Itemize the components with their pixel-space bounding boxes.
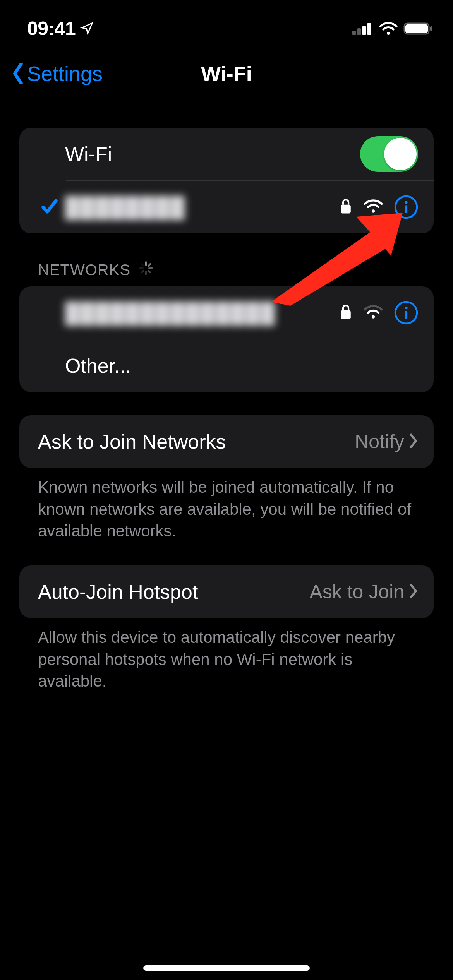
svg-rect-3 [367,23,371,35]
back-button[interactable]: Settings [11,62,103,86]
svg-rect-1 [357,28,361,35]
svg-line-18 [142,264,144,266]
status-bar: 09:41 [0,0,453,46]
network-name: ██████████████ [65,302,276,324]
svg-rect-7 [341,205,351,214]
auto-hotspot-group: Auto-Join Hotspot Ask to Join [19,565,434,618]
svg-rect-22 [405,311,407,319]
status-time: 09:41 [27,17,76,40]
spinner-icon [138,260,154,279]
chevron-right-icon [409,433,418,450]
svg-line-14 [148,271,150,272]
wifi-toggle-label: Wi-Fi [65,142,360,166]
info-button[interactable] [394,195,418,219]
current-network-name: ████████ [65,196,185,218]
auto-hotspot-label: Auto-Join Hotspot [38,580,309,603]
location-icon [80,17,94,40]
networks-group: ██████████████ [19,286,434,392]
wifi-toggle[interactable] [360,136,418,172]
svg-rect-6 [430,26,432,31]
current-network-row[interactable]: ████████ [19,181,434,233]
auto-hotspot-footnote: Allow this device to automatically disco… [19,618,434,692]
nav-bar: Settings Wi-Fi [0,46,453,101]
svg-rect-10 [405,205,407,213]
ask-join-value: Notify [355,430,404,453]
svg-rect-2 [362,26,366,35]
chevron-right-icon [409,584,418,600]
cellular-signal-icon [352,22,373,35]
back-label: Settings [27,62,103,86]
auto-hotspot-value: Ask to Join [309,581,404,603]
svg-line-16 [142,271,144,272]
svg-rect-5 [405,24,428,33]
home-indicator[interactable] [143,965,310,971]
lock-icon [339,303,352,322]
svg-rect-0 [352,31,356,35]
svg-rect-19 [341,310,351,319]
auto-hotspot-row[interactable]: Auto-Join Hotspot Ask to Join [19,565,434,618]
networks-header-label: NETWORKS [38,261,130,279]
info-button[interactable] [394,301,418,325]
other-label: Other... [65,354,418,377]
ask-join-label: Ask to Join Networks [38,430,355,453]
wifi-signal-icon [363,199,383,216]
wifi-toggle-row[interactable]: Wi-Fi [19,128,434,180]
svg-point-9 [405,201,407,204]
svg-line-12 [148,264,150,266]
ask-join-group: Ask to Join Networks Notify [19,415,434,468]
battery-icon [403,22,434,36]
checkmark-icon [40,197,59,218]
lock-icon [339,198,352,216]
other-network-row[interactable]: Other... [19,339,434,392]
networks-header: NETWORKS [19,260,434,286]
ask-join-footnote: Known networks will be joined automatica… [19,468,434,542]
network-row[interactable]: ██████████████ [19,286,434,339]
wifi-signal-icon [363,304,383,321]
ask-join-row[interactable]: Ask to Join Networks Notify [19,415,434,468]
wifi-status-icon [379,22,398,36]
svg-point-21 [405,307,407,309]
wifi-toggle-group: Wi-Fi ████████ [19,128,434,233]
